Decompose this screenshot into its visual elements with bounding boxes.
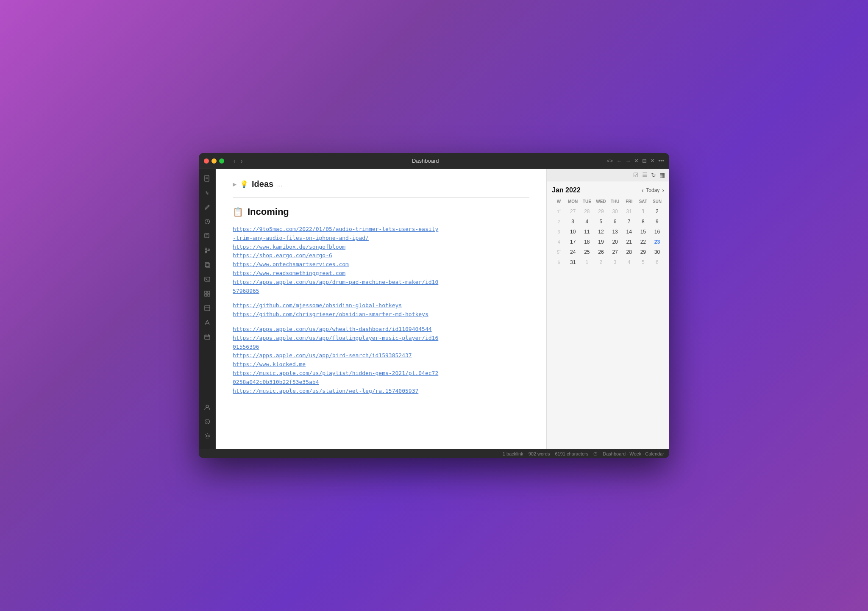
cal-day[interactable]: 3 xyxy=(566,217,580,227)
word-count: 902 words xyxy=(529,451,550,456)
cal-week-num: 1* xyxy=(552,206,566,217)
cal-day[interactable]: 20 xyxy=(608,237,622,247)
sidebar-icon-calendar[interactable] xyxy=(201,331,213,343)
svg-rect-13 xyxy=(206,264,210,267)
nav-back-icon[interactable]: ← xyxy=(616,158,622,164)
link-obsidian-smarter-hotkeys[interactable]: https://github.com/chrisgrieser/obsidian… xyxy=(233,310,529,319)
cal-day[interactable]: 16 xyxy=(650,227,664,237)
cal-day[interactable]: 6 xyxy=(650,257,664,267)
cal-day[interactable]: 3 xyxy=(608,257,622,267)
link-group-1: https://9to5mac.com/2022/01/05/audio-tri… xyxy=(233,225,529,295)
link-klocked[interactable]: https://www.klocked.me xyxy=(233,360,529,369)
cal-day[interactable]: 14 xyxy=(622,227,636,237)
sidebar-icon-help[interactable]: ? xyxy=(201,416,213,428)
sidebar-icon-layers[interactable] xyxy=(201,259,213,271)
cal-day[interactable]: 18 xyxy=(580,237,594,247)
cal-day[interactable]: 10 xyxy=(566,227,580,237)
sidebar-icon-percent[interactable]: % xyxy=(201,187,213,199)
cal-day[interactable]: 28 xyxy=(622,247,636,257)
content-area: ▶ 💡 Ideas … 📋 Incoming https://9to5mac.c… xyxy=(216,169,669,449)
cal-day[interactable]: 30 xyxy=(650,247,664,257)
task-icon[interactable]: ☑ xyxy=(633,172,639,178)
maximize-button[interactable] xyxy=(219,158,224,164)
cal-day[interactable]: 1 xyxy=(580,257,594,267)
svg-point-10 xyxy=(205,251,207,253)
link-obsidian-global-hotkeys[interactable]: https://github.com/mjessome/obsidian-glo… xyxy=(233,301,529,310)
cal-day[interactable]: 8 xyxy=(636,217,650,227)
close-icon[interactable]: ✕ xyxy=(634,158,639,164)
link-readsomethinggreat[interactable]: https://www.readsomethinggreat.com xyxy=(233,269,529,278)
code-view-icon[interactable]: <> xyxy=(606,158,613,164)
link-floatingplayer[interactable]: https://apps.apple.com/us/app/floatingpl… xyxy=(233,334,529,352)
link-hidden-gems[interactable]: https://music.apple.com/us/playlist/hidd… xyxy=(233,369,529,387)
sidebar-icon-clock[interactable] xyxy=(201,216,213,228)
list-icon[interactable]: ☰ xyxy=(642,172,648,178)
sidebar-icon-terminal[interactable] xyxy=(201,273,213,285)
sidebar-icon-settings[interactable] xyxy=(201,430,213,442)
nav-forward-icon[interactable]: → xyxy=(625,158,631,164)
cal-day[interactable]: 19 xyxy=(594,237,608,247)
link-bird-search[interactable]: https://apps.apple.com/us/app/bird-searc… xyxy=(233,351,529,360)
cal-day[interactable]: 9 xyxy=(650,217,664,227)
sidebar-icon-pdf[interactable] xyxy=(201,172,213,184)
sidebar-icon-git[interactable] xyxy=(201,244,213,256)
cal-day[interactable]: 29 xyxy=(636,247,650,257)
cal-day[interactable]: 31 xyxy=(566,257,580,267)
cal-day[interactable]: 1 xyxy=(636,206,650,217)
cal-day[interactable]: 2 xyxy=(650,206,664,217)
calendar-view-icon[interactable]: ▦ xyxy=(659,172,665,178)
link-kamibox[interactable]: https://www.kamibox.de/songofbloom xyxy=(233,243,529,252)
sidebar-icon-panel[interactable] xyxy=(201,302,213,314)
x-icon[interactable]: ✕ xyxy=(650,158,655,164)
refresh-icon[interactable]: ↻ xyxy=(651,172,656,178)
cal-day[interactable]: 22 xyxy=(636,237,650,247)
cal-day[interactable]: 5 xyxy=(594,217,608,227)
cal-day[interactable]: 25 xyxy=(580,247,594,257)
more-options-icon[interactable]: ••• xyxy=(658,158,664,164)
cal-day[interactable]: 17 xyxy=(566,237,580,247)
cal-day[interactable]: 27 xyxy=(566,206,580,217)
link-ontechsmartservices[interactable]: https://www.ontechsmartservices.com xyxy=(233,260,529,269)
cal-day[interactable]: 11 xyxy=(580,227,594,237)
cal-day[interactable]: 6 xyxy=(608,217,622,227)
svg-rect-6 xyxy=(205,233,209,238)
forward-nav-button[interactable]: › xyxy=(239,157,245,165)
cal-day[interactable]: 24 xyxy=(566,247,580,257)
cal-day[interactable]: 21 xyxy=(622,237,636,247)
link-whealth-dashboard[interactable]: https://apps.apple.com/us/app/whealth-da… xyxy=(233,325,529,334)
ideas-expand-arrow[interactable]: ▶ xyxy=(233,181,236,187)
link-drum-pad[interactable]: https://apps.apple.com/us/app/drum-pad-m… xyxy=(233,278,529,296)
calendar-today-button[interactable]: Today xyxy=(646,187,659,193)
link-9to5mac[interactable]: https://9to5mac.com/2022/01/05/audio-tri… xyxy=(233,225,529,243)
cal-day[interactable]: 4 xyxy=(622,257,636,267)
cal-day[interactable]: 29 xyxy=(594,206,608,217)
calendar-next-button[interactable]: › xyxy=(662,187,664,194)
sidebar-icon-send[interactable] xyxy=(201,317,213,328)
cal-day[interactable]: 2 xyxy=(594,257,608,267)
cal-day[interactable]: 4 xyxy=(580,217,594,227)
calendar-prev-button[interactable]: ‹ xyxy=(642,187,644,194)
cal-day[interactable]: 28 xyxy=(580,206,594,217)
cal-day[interactable]: 7 xyxy=(622,217,636,227)
back-nav-button[interactable]: ‹ xyxy=(232,157,237,165)
cal-day[interactable]: 15 xyxy=(636,227,650,237)
editor[interactable]: ▶ 💡 Ideas … 📋 Incoming https://9to5mac.c… xyxy=(216,169,546,449)
sidebar-icon-grid[interactable] xyxy=(201,288,213,300)
cal-day[interactable]: 26 xyxy=(594,247,608,257)
close-button[interactable] xyxy=(204,158,209,164)
link-eargo[interactable]: https://shop.eargo.com/eargo-6 xyxy=(233,251,529,260)
svg-rect-17 xyxy=(208,291,210,293)
cal-day[interactable]: 23 xyxy=(650,237,664,247)
layout-icon[interactable]: ⊟ xyxy=(642,158,647,164)
sidebar-icon-avatar[interactable] xyxy=(201,401,213,413)
cal-day[interactable]: 5 xyxy=(636,257,650,267)
cal-day[interactable]: 27 xyxy=(608,247,622,257)
sidebar-icon-search[interactable] xyxy=(201,230,213,242)
cal-day[interactable]: 13 xyxy=(608,227,622,237)
link-wet-leg[interactable]: https://music.apple.com/us/station/wet-l… xyxy=(233,387,529,396)
cal-day[interactable]: 30 xyxy=(608,206,622,217)
cal-day[interactable]: 31 xyxy=(622,206,636,217)
minimize-button[interactable] xyxy=(211,158,217,164)
cal-day[interactable]: 12 xyxy=(594,227,608,237)
sidebar-icon-pencil[interactable] xyxy=(201,201,213,213)
